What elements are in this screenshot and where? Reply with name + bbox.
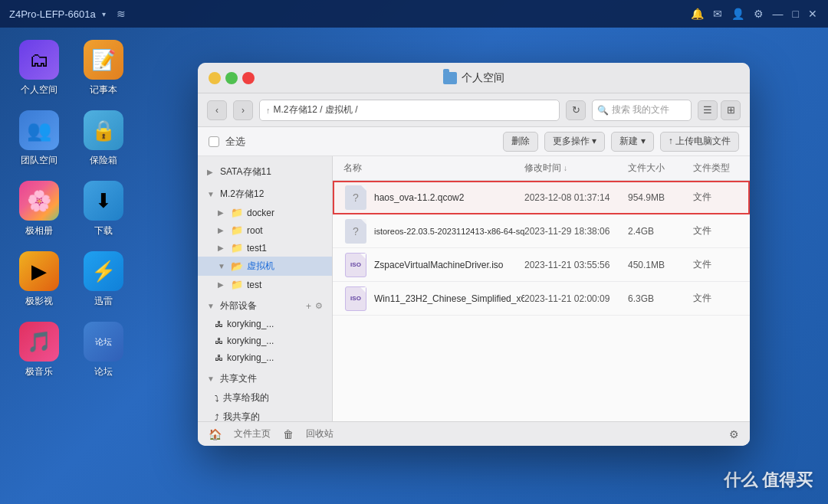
fm-titlebar: 个人空间 — [198, 63, 750, 93]
sidebar-external-header[interactable]: ▼ 外部设备 + ⚙ — [198, 296, 332, 316]
team-icon: 👥 — [19, 110, 59, 150]
col-name-header: 名称 — [343, 162, 524, 175]
fm-folder-icon — [443, 72, 457, 84]
sidebar-item-share-to-me[interactable]: ⤵ 共享给我的 — [198, 388, 332, 407]
maximize-button[interactable] — [225, 72, 238, 84]
back-button[interactable]: ‹ — [207, 100, 227, 120]
sidebar-item-koryking1[interactable]: 🖧 koryking_... — [198, 316, 332, 332]
watermark: 什么 值得买 — [724, 469, 813, 492]
search-icon: 🔍 — [597, 105, 609, 116]
koryking2-label: koryking_... — [227, 335, 323, 346]
sidebar-item-test1[interactable]: ▶ 📁 test1 — [198, 239, 332, 257]
file-row-haos[interactable]: ? haos_ova-11.2.qcow2 2023-12-08 01:37:1… — [333, 181, 750, 214]
win11-icon-container: ISO — [343, 286, 368, 311]
desktop-icon-video[interactable]: ▶ 极影视 — [12, 251, 66, 308]
fm-title-text: 个人空间 — [462, 71, 504, 85]
desktop-icon-download[interactable]: ⬇ 下载 — [77, 181, 130, 237]
koryking3-icon: 🖧 — [215, 353, 223, 362]
recycle-icon[interactable]: 🗑 — [283, 428, 294, 440]
desktop-icon-forum[interactable]: 论坛 论坛 — [77, 322, 130, 378]
istoreos-icon-container: ? — [343, 219, 368, 244]
watermark-prefix: 什么 — [724, 470, 757, 489]
list-view-button[interactable]: ☰ — [698, 100, 718, 120]
photos-icon: 🌸 — [19, 181, 59, 221]
desktop-icon-photos[interactable]: 🌸 极相册 — [12, 181, 66, 237]
close-button[interactable] — [242, 72, 255, 84]
recycle-label[interactable]: 回收站 — [306, 427, 334, 440]
fm-toolbar: ‹ › ↑ M.2存储12 / 虚拟机 / ↻ 🔍 搜索 我的文件 ☰ ⊞ — [198, 93, 750, 127]
desktop-icon-baojian[interactable]: 🔒 保险箱 — [77, 110, 130, 167]
docker-label: docker — [247, 208, 323, 218]
sidebar-item-my-share[interactable]: ⤴ 我共享的 — [198, 407, 332, 421]
sidebar-section-sata-label: SATA存储11 — [220, 165, 271, 178]
sidebar-shared-header[interactable]: ▼ 共享文件 — [198, 369, 332, 388]
upload-button[interactable]: ↑ 上传电脑文件 — [660, 132, 739, 152]
file-home-icon[interactable]: 🏠 — [209, 428, 222, 440]
maximize-icon[interactable]: □ — [793, 8, 799, 20]
desktop-icon-team[interactable]: 👥 团队空间 — [12, 110, 66, 167]
delete-button[interactable]: 删除 — [503, 132, 538, 152]
settings-icon[interactable]: ⚙ — [754, 8, 764, 20]
refresh-button[interactable]: ↻ — [566, 100, 586, 120]
sidebar-item-test[interactable]: ▶ 📁 test — [198, 276, 332, 293]
baojian-icon: 🔒 — [84, 110, 123, 150]
sidebar-item-koryking2[interactable]: 🖧 koryking_... — [198, 332, 332, 349]
statusbar-settings-icon[interactable]: ⚙ — [729, 428, 739, 440]
close-icon[interactable]: ✕ — [808, 8, 817, 20]
zspace-filename: ZspaceVirtualMachineDriver.iso — [374, 260, 524, 270]
mail-icon[interactable]: ✉ — [713, 8, 722, 20]
fm-statusbar: 🏠 文件主页 🗑 回收站 ⚙ — [198, 421, 750, 446]
col-name-label: 名称 — [343, 162, 362, 175]
sidebar-item-virtualbox[interactable]: ▼ 📂 虚拟机 — [198, 257, 332, 276]
more-actions-button[interactable]: 更多操作 ▾ — [544, 132, 605, 152]
select-all-checkbox[interactable] — [209, 136, 219, 147]
koryking3-label: koryking_... — [227, 352, 323, 363]
desktop-icon-music[interactable]: 🎵 极音乐 — [12, 322, 66, 378]
istoreos-type: 文件 — [693, 224, 739, 237]
sidebar-item-m2[interactable]: ▼ M.2存储12 — [198, 185, 332, 204]
file-row-win11[interactable]: ISO Win11_23H2_Chinese_Simplified_x64.is… — [333, 282, 750, 316]
sidebar-section-m2: ▼ M.2存储12 ▶ 📁 docker ▶ 📁 root ▶ 📁 test1 — [198, 185, 332, 293]
sidebar-item-root[interactable]: ▶ 📁 root — [198, 221, 332, 239]
forward-button[interactable]: › — [233, 100, 253, 120]
desktop-icons-left: 🗂 个人空间 👥 团队空间 🌸 极相册 ▶ 极影视 🎵 极音乐 — [12, 40, 66, 378]
win11-type: 文件 — [693, 292, 739, 305]
personal-label: 个人空间 — [21, 83, 58, 97]
col-size-label: 文件大小 — [628, 162, 665, 173]
path-bar[interactable]: ↑ M.2存储12 / 虚拟机 / — [259, 100, 560, 121]
music-label: 极音乐 — [25, 365, 53, 378]
taskbar-dropdown-icon[interactable]: ▾ — [102, 10, 106, 18]
desktop-icons-2: 📝 记事本 🔒 保险箱 ⬇ 下载 ⚡ 迅雷 论坛 论坛 — [77, 40, 130, 378]
test-arrow: ▶ — [218, 280, 227, 289]
desktop-icon-personal[interactable]: 🗂 个人空间 — [12, 40, 66, 97]
share-to-me-label: 共享给我的 — [223, 391, 323, 404]
taskbar-app-name[interactable]: Z4Pro-LEFP-6601a — [9, 8, 96, 20]
file-row-zspace[interactable]: ISO ZspaceVirtualMachineDriver.iso 2023-… — [333, 248, 750, 282]
xunlei-label: 迅雷 — [94, 295, 113, 308]
desktop-icon-xunlei[interactable]: ⚡ 迅雷 — [77, 251, 130, 308]
add-external-icon[interactable]: + — [306, 301, 311, 312]
sidebar-m2-label: M.2存储12 — [220, 188, 264, 201]
vm-folder-icon: 📂 — [231, 260, 243, 272]
file-home-label[interactable]: 文件主页 — [234, 427, 271, 440]
settings-external-icon[interactable]: ⚙ — [315, 301, 323, 311]
file-row-istoreos[interactable]: ? istoreos-22.03.5-2023112413-x86-64-squ… — [333, 214, 750, 248]
sidebar-section-shared: ▼ 共享文件 ⤵ 共享给我的 ⤴ 我共享的 — [198, 369, 332, 421]
haos-type: 文件 — [693, 191, 739, 204]
grid-view-button[interactable]: ⊞ — [721, 100, 741, 120]
desktop-icon-notes[interactable]: 📝 记事本 — [77, 40, 130, 97]
search-placeholder-text: 搜索 我的文件 — [612, 103, 669, 116]
notification-icon[interactable]: 🔔 — [691, 8, 704, 20]
sidebar-item-koryking3[interactable]: 🖧 koryking_... — [198, 349, 332, 366]
user-icon[interactable]: 👤 — [731, 8, 744, 20]
minimize-icon[interactable]: — — [773, 8, 784, 20]
test-label: test — [247, 280, 323, 290]
search-bar[interactable]: 🔍 搜索 我的文件 — [592, 100, 692, 121]
sidebar-item-sata[interactable]: ▶ SATA存储11 — [198, 162, 332, 182]
col-date-label: 修改时间 — [524, 162, 561, 175]
sidebar-item-docker[interactable]: ▶ 📁 docker — [198, 204, 332, 221]
minimize-button[interactable] — [209, 72, 221, 84]
fm-title: 个人空间 — [255, 71, 693, 85]
col-date-header[interactable]: 修改时间 ↓ — [524, 162, 628, 175]
new-button[interactable]: 新建 ▾ — [611, 132, 653, 152]
